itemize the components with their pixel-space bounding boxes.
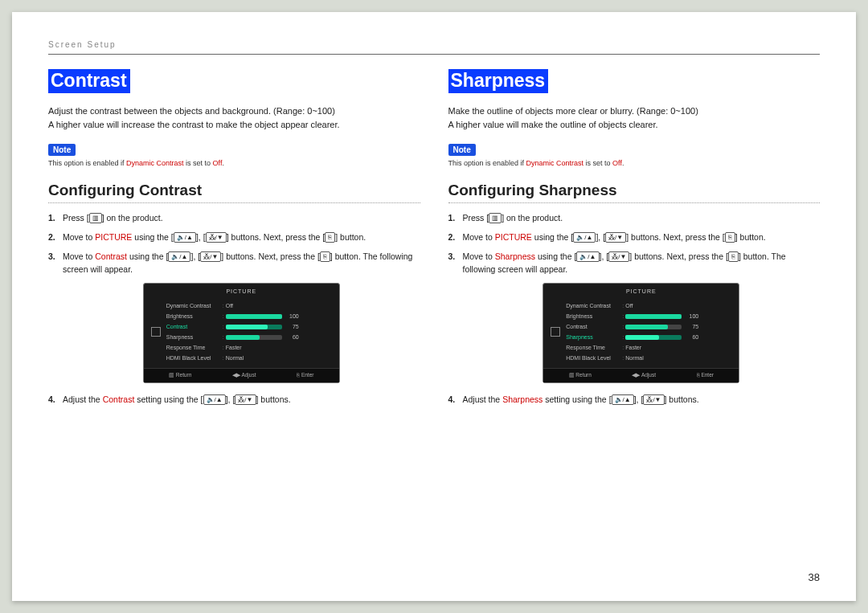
osd-value: Normal — [226, 353, 334, 362]
step-3: Move to Sharpness using the [🔈/▲], [⁂/▼]… — [448, 250, 821, 383]
osd-row: Sharpness:60 — [563, 332, 734, 342]
osd-value: Faster — [625, 343, 734, 352]
osd-row: Contrast:75 — [163, 321, 334, 332]
up-icon: 🔈/▲ — [174, 232, 196, 243]
osd-row: HDMI Black Level:Normal — [163, 353, 334, 363]
osd-value: Off — [625, 301, 734, 310]
up-icon: 🔈/▲ — [576, 251, 599, 262]
picture-icon — [149, 300, 163, 363]
osd-row: Contrast:75 — [563, 321, 734, 332]
osd-value: Normal — [625, 353, 734, 362]
step-2: Move to PICTURE using the [🔈/▲], [⁂/▼] b… — [48, 231, 420, 244]
content-columns: Contrast Adjust the contrast between the… — [48, 69, 820, 412]
subheading-configuring-contrast: Configuring Contrast — [48, 182, 420, 199]
osd-row: HDMI Black Level:Normal — [563, 353, 734, 363]
page-number: 38 — [809, 571, 820, 583]
manual-page: Screen Setup Contrast Adjust the contras… — [12, 12, 856, 601]
osd-label: Dynamic Contrast — [163, 301, 221, 310]
subheading-configuring-sharpness: Configuring Sharpness — [448, 182, 821, 199]
page-header: Screen Setup — [48, 40, 820, 49]
osd-label: Response Time — [163, 343, 221, 352]
enter-icon: ⎘ — [325, 232, 335, 243]
osd-value: Faster — [226, 343, 334, 352]
osd-row: Brightness:100 — [163, 311, 334, 321]
dotted-rule — [448, 202, 821, 203]
dotted-rule — [48, 202, 420, 203]
osd-label: HDMI Black Level — [163, 353, 221, 362]
note-badge: Note — [448, 144, 476, 156]
osd-value: 100 — [625, 312, 734, 321]
up-icon: 🔈/▲ — [573, 232, 596, 243]
contrast-description: Adjust the contrast between the objects … — [48, 104, 420, 132]
osd-value: Off — [226, 301, 334, 310]
osd-value: 75 — [226, 322, 334, 331]
osd-label: Contrast — [163, 322, 221, 331]
header-rule — [48, 54, 820, 55]
menu-icon: ▥ — [489, 213, 502, 223]
osd-value: 100 — [226, 312, 334, 321]
step-3: Move to Contrast using the [🔈/▲], [⁂/▼] … — [48, 250, 420, 383]
osd-value: 60 — [226, 333, 334, 341]
osd-row: Dynamic Contrast:Off — [163, 300, 334, 311]
osd-row: Sharpness:60 — [163, 332, 334, 342]
osd-value: 60 — [625, 333, 734, 341]
enter-icon: ⎘ — [725, 232, 735, 243]
osd-label: Sharpness — [563, 333, 620, 341]
heading-contrast: Contrast — [48, 69, 130, 93]
osd-title: PICTURE — [543, 287, 739, 296]
up-icon: 🔈/▲ — [612, 394, 634, 405]
osd-title: PICTURE — [144, 287, 339, 296]
down-icon: ⁂/▼ — [200, 251, 221, 262]
osd-footer: ▥ Return◀▶ Adjust⎘ Enter — [144, 368, 339, 382]
up-icon: 🔈/▲ — [203, 394, 226, 405]
down-icon: ⁂/▼ — [608, 251, 629, 262]
osd-row: Response Time:Faster — [563, 342, 734, 353]
osd-screenshot-contrast: PICTUREDynamic Contrast:OffBrightness:10… — [63, 283, 420, 383]
down-icon: ⁂/▼ — [605, 232, 626, 243]
osd-row: Dynamic Contrast:Off — [563, 300, 734, 311]
osd-label: HDMI Black Level — [563, 353, 620, 362]
sharpness-description: Make the outline of objects more clear o… — [448, 104, 821, 132]
step-1: Press [▥] on the product. — [448, 211, 821, 225]
osd-label: Contrast — [563, 322, 620, 331]
picture-icon — [548, 300, 563, 363]
osd-screenshot-sharpness: PICTUREDynamic Contrast:OffBrightness:10… — [463, 283, 821, 383]
osd-row: Brightness:100 — [563, 311, 734, 321]
heading-sharpness: Sharpness — [448, 69, 549, 93]
osd-label: Brightness — [563, 312, 620, 321]
osd-label: Brightness — [163, 312, 221, 321]
step-1: Press [▥] on the product. — [48, 211, 420, 225]
down-icon: ⁂/▼ — [643, 394, 664, 405]
osd-label: Sharpness — [163, 333, 221, 341]
osd-row: Response Time:Faster — [163, 342, 334, 353]
enter-icon: ⎘ — [320, 251, 330, 262]
up-icon: 🔈/▲ — [168, 251, 190, 262]
osd-label: Dynamic Contrast — [563, 301, 620, 310]
menu-icon: ▥ — [89, 213, 102, 223]
osd-footer: ▥ Return◀▶ Adjust⎘ Enter — [543, 368, 739, 382]
step-2: Move to PICTURE using the [🔈/▲], [⁂/▼] b… — [448, 231, 821, 244]
note-text: This option is enabled if Dynamic Contra… — [448, 159, 821, 167]
osd-label: Response Time — [563, 343, 620, 352]
step-4: Adjust the Contrast setting using the [🔈… — [48, 393, 420, 407]
note-badge: Note — [48, 144, 76, 156]
osd-value: 75 — [625, 322, 734, 331]
down-icon: ⁂/▼ — [235, 394, 256, 405]
col-sharpness: Sharpness Make the outline of objects mo… — [448, 69, 821, 412]
step-4: Adjust the Sharpness setting using the [… — [448, 393, 821, 407]
down-icon: ⁂/▼ — [206, 232, 227, 243]
steps-contrast: Press [▥] on the product. Move to PICTUR… — [48, 211, 420, 407]
col-contrast: Contrast Adjust the contrast between the… — [48, 69, 420, 412]
enter-icon: ⎘ — [728, 251, 739, 262]
steps-sharpness: Press [▥] on the product. Move to PICTUR… — [448, 211, 821, 407]
note-text: This option is enabled if Dynamic Contra… — [48, 159, 420, 167]
